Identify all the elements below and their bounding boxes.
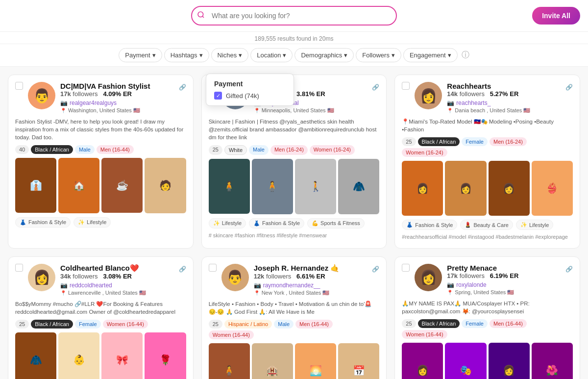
chevron-down-icon: ▾ (239, 51, 242, 59)
post-thumbnail: 🧍 (209, 343, 250, 379)
tag: Women (16-24) (402, 148, 447, 157)
select-checkbox[interactable] (402, 264, 410, 272)
card-stats: 34k followers 3.08% ER (60, 273, 174, 280)
link-icon[interactable]: 🔗 (372, 84, 379, 91)
select-checkbox[interactable] (15, 82, 23, 90)
filter-niches[interactable]: Niches ▾ (211, 48, 249, 62)
username-row: 📷 raymondhernandez__ (254, 282, 368, 289)
instagram-icon: 📷 (254, 282, 261, 289)
card-stats: 14k followers 5.27% ER (447, 90, 561, 98)
username[interactable]: roxylalonde (456, 281, 486, 288)
bio-text: LifeStyle • Fashion • Body • Travel • Mo… (209, 300, 380, 316)
card-name: Pretty Menace (447, 264, 561, 272)
tag: 25 (402, 137, 416, 146)
link-icon[interactable]: 🔗 (179, 84, 186, 91)
location-text: Minneapolis, United States 🇺🇸 (262, 107, 334, 114)
tag: Female (75, 320, 101, 328)
post-thumbnail: 👩 (402, 161, 443, 216)
tag: Women (16-44) (209, 330, 254, 339)
gifted-label: Gifted (74k) (226, 92, 259, 100)
tag: Female (462, 319, 488, 328)
username[interactable]: realgear4realguys (70, 100, 117, 106)
card-header: 👩 Coldhearted Blanco❤️ 34k followers 3.0… (15, 264, 186, 296)
post-thumbnail: 🧍 (252, 159, 293, 214)
select-checkbox[interactable] (402, 82, 410, 90)
select-checkbox[interactable] (209, 264, 217, 272)
tag: Female (462, 137, 488, 146)
link-icon[interactable]: 🔗 (565, 84, 573, 91)
chevron-down-icon: ▾ (152, 51, 156, 59)
influencer-card: 👩 Coldhearted Blanco❤️ 34k followers 3.0… (8, 256, 194, 379)
post-thumbnail: 🚶 (295, 159, 336, 214)
filter-demographics-label: Demographics (301, 51, 342, 59)
location-pin-icon: 📍 (254, 108, 260, 113)
search-input[interactable] (191, 6, 397, 25)
influencer-card: 👨 Joseph R. Hernandez 🤙 12k followers 6.… (201, 256, 387, 379)
bio-text: Fashion Stylist -DMV, here to help you l… (15, 118, 186, 141)
card-stats: 17k followers 6.19% ER (447, 272, 561, 279)
post-thumbnail: 🧍 (209, 159, 250, 214)
chevron-down-icon: ▾ (344, 51, 347, 59)
filter-demographics[interactable]: Demographics ▾ (294, 48, 354, 62)
filter-bar: Payment ▾ Hashtags ▾ Niches ▾ Location ▾… (0, 44, 588, 67)
card-header: 👨 DC|MD|VA Fashion Stylist 17k followers… (15, 82, 186, 114)
chevron-down-icon: ▾ (392, 51, 395, 59)
username[interactable]: reachhearts_ (456, 100, 490, 106)
niches-row: 👗Fashion & Style💄Beauty & Care✨Lifestyle (402, 220, 573, 230)
card-info: Reachhearts 14k followers 5.27% ER 📷 rea… (447, 82, 561, 114)
select-checkbox[interactable] (15, 264, 23, 272)
tag: Men (16-24) (490, 137, 527, 146)
gifted-checkbox[interactable]: ✓ (214, 92, 222, 100)
instagram-icon: 📷 (60, 282, 68, 289)
tag: 25 (15, 320, 29, 328)
tag: 25 (209, 320, 222, 328)
niche-tag: 👗Fashion & Style (15, 217, 71, 227)
tag: Women (16-24) (310, 145, 355, 155)
filter-hashtags[interactable]: Hashtags ▾ (164, 48, 209, 62)
filter-payment[interactable]: Payment ▾ (119, 48, 162, 62)
location-text: New York , United States 🇺🇸 (262, 290, 330, 296)
filter-niches-label: Niches (218, 51, 237, 59)
post-thumbnail: 🌺 (532, 343, 573, 379)
chevron-down-icon: ▾ (283, 51, 286, 59)
instagram-icon: 📷 (447, 281, 454, 288)
invite-all-button[interactable]: Invite All (532, 7, 580, 25)
link-icon[interactable]: 🔗 (565, 266, 573, 273)
post-thumbnail: 🧑 (145, 158, 186, 213)
filter-location[interactable]: Location ▾ (250, 48, 293, 62)
tag: Women (16-44) (103, 320, 148, 328)
filter-hashtags-label: Hashtags (171, 51, 197, 59)
card-info: Pretty Menace 17k followers 6.19% ER 📷 r… (447, 264, 561, 296)
link-icon[interactable]: 🔗 (179, 266, 186, 273)
card-stats: 12k followers 6.61% ER (254, 273, 368, 280)
tags-row: 40Black / AfricanMaleMen (16-44) (15, 145, 186, 154)
tag: Black / African (418, 319, 460, 328)
avatar: 👩 (415, 264, 442, 291)
tag: Men (16-44) (490, 319, 527, 328)
tag: Black / African (418, 137, 460, 146)
gifted-option[interactable]: ✓ Gifted (74k) (214, 92, 286, 100)
niche-tag: ✨Lifestyle (209, 218, 246, 228)
dropdown-title: Payment (214, 80, 286, 88)
avatar: 👨 (28, 82, 55, 109)
username[interactable]: raymondhernandez__ (263, 282, 320, 289)
niche-tag: 💄Beauty & Care (460, 220, 513, 230)
username[interactable]: reddcoldhearted (70, 282, 112, 289)
tag: Men (16-24) (270, 145, 308, 155)
link-icon[interactable]: 🔗 (372, 266, 379, 273)
location-pin-icon: 📍 (60, 108, 66, 113)
niches-row: ✨Lifestyle👗Fashion & Style💪Sports & Fitn… (209, 218, 380, 228)
bio-text: 🙏MY NAME IS PAX🙏 MUA/Cosplayer HTX • PR:… (402, 300, 573, 315)
cards-grid: 👨 DC|MD|VA Fashion Stylist 17k followers… (0, 67, 588, 379)
influencer-card: 👩 Reachhearts 14k followers 5.27% ER 📷 r… (394, 75, 580, 249)
filter-followers[interactable]: Followers ▾ (356, 48, 401, 62)
post-thumbnail: 👶 (58, 332, 99, 379)
location-row: 📍 New York , United States 🇺🇸 (254, 290, 368, 296)
post-thumbnail: 👩 (489, 161, 530, 216)
bio-text: Skincare | Fashion | Fitness @ryals_aest… (209, 118, 380, 141)
card-name: DC|MD|VA Fashion Stylist (60, 82, 174, 90)
post-thumbnail: 👩 (489, 343, 530, 379)
filter-engagement[interactable]: Engagement ▾ (403, 48, 458, 62)
location-pin-icon: 📍 (447, 108, 453, 113)
username-row: 📷 roxylalonde (447, 281, 561, 288)
